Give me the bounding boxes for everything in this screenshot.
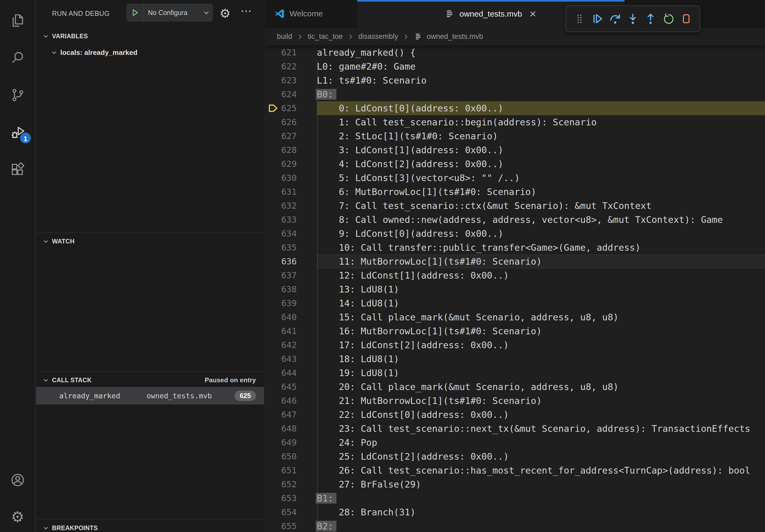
code-line-627[interactable]: 627 2: StLoc[1](ts#1#0: Scenario) xyxy=(265,129,765,143)
code-line-637[interactable]: 637 12: LdConst[1](address: 0x00..) xyxy=(265,268,765,282)
debug-settings-gear-icon[interactable]: ⚙ xyxy=(220,6,231,21)
code-line-640[interactable]: 640 15: Call place_mark(&mut Scenario, a… xyxy=(265,310,765,324)
breadcrumb-item[interactable]: tic_tac_toe xyxy=(308,32,343,41)
launch-config-label[interactable]: No Configura xyxy=(144,9,203,17)
code-line-645[interactable]: 645 20: Call place_mark(&mut Scenario, a… xyxy=(265,380,765,394)
line-number[interactable]: 636 xyxy=(265,254,297,268)
line-number[interactable]: 653 xyxy=(265,491,297,505)
line-number[interactable]: 652 xyxy=(265,477,297,491)
extensions-icon[interactable] xyxy=(0,159,35,180)
line-number[interactable]: 643 xyxy=(265,352,297,366)
code-line-644[interactable]: 644 19: LdU8(1) xyxy=(265,366,765,380)
code-line-623[interactable]: 623L1: ts#1#0: Scenario xyxy=(265,73,765,87)
code-line-636[interactable]: 636 11: MutBorrowLoc[1](ts#1#0: Scenario… xyxy=(265,254,765,268)
line-number[interactable]: 631 xyxy=(265,185,297,199)
breadcrumb-item[interactable]: owned_tests.mvb xyxy=(427,32,483,41)
code-line-626[interactable]: 626 1: Call test_scenario::begin(address… xyxy=(265,115,765,129)
line-number[interactable]: 641 xyxy=(265,324,297,338)
code-line-650[interactable]: 650 25: LdConst[2](address: 0x00..) xyxy=(265,449,765,463)
continue-button[interactable] xyxy=(590,12,604,26)
code-editor[interactable]: 621already_marked() {622L0: game#2#0: Ga… xyxy=(265,46,765,532)
line-number[interactable]: 627 xyxy=(265,129,297,143)
code-line-651[interactable]: 651 26: Call test_scenario::has_most_rec… xyxy=(265,463,765,477)
line-number[interactable]: 647 xyxy=(265,408,297,421)
step-out-button[interactable] xyxy=(643,12,658,26)
code-line-641[interactable]: 641 16: MutBorrowLoc[1](ts#1#0: Scenario… xyxy=(265,324,765,338)
chevron-down-icon[interactable] xyxy=(203,9,213,16)
line-number[interactable]: 622 xyxy=(265,60,297,73)
stop-button[interactable] xyxy=(679,12,693,26)
section-call-stack[interactable]: CALL STACK Paused on entry xyxy=(36,374,264,387)
line-number[interactable]: 651 xyxy=(265,463,297,477)
code-line-628[interactable]: 628 3: LdConst[1](address: 0x00..) xyxy=(265,143,765,157)
code-line-624[interactable]: 624B0: xyxy=(265,87,765,101)
line-number[interactable]: 646 xyxy=(265,394,297,408)
toolbar-drag-handle[interactable] xyxy=(572,12,587,26)
breadcrumb-item[interactable]: build xyxy=(277,32,292,41)
code-line-638[interactable]: 638 13: LdU8(1) xyxy=(265,282,765,296)
code-line-635[interactable]: 635 10: Call transfer::public_transfer<G… xyxy=(265,241,765,254)
line-number[interactable]: 630 xyxy=(265,171,297,185)
line-number[interactable]: 623 xyxy=(265,73,297,87)
line-number[interactable]: 621 xyxy=(265,46,297,60)
code-line-633[interactable]: 633 8: Call owned::new(address, address,… xyxy=(265,213,765,227)
search-icon[interactable] xyxy=(0,47,35,69)
line-number[interactable]: 629 xyxy=(265,157,297,171)
line-number[interactable]: 633 xyxy=(265,213,297,227)
line-number[interactable]: 626 xyxy=(265,115,297,129)
more-actions-icon[interactable]: ⋯ xyxy=(241,4,253,17)
variables-scope-locals[interactable]: locals: already_marked xyxy=(36,46,264,60)
line-number[interactable]: 624 xyxy=(265,87,297,101)
step-into-button[interactable] xyxy=(626,12,640,26)
code-line-621[interactable]: 621already_marked() { xyxy=(265,46,765,60)
line-number[interactable]: 637 xyxy=(265,268,297,282)
code-line-629[interactable]: 629 4: LdConst[2](address: 0x00..) xyxy=(265,157,765,171)
breadcrumb-item[interactable]: disassembly xyxy=(359,32,398,41)
settings-gear-icon[interactable]: ⚙ xyxy=(0,506,35,528)
code-line-652[interactable]: 652 27: BrFalse(29) xyxy=(265,477,765,491)
source-control-icon[interactable] xyxy=(0,84,35,106)
section-watch[interactable]: WATCH xyxy=(36,235,264,248)
code-line-642[interactable]: 642 17: LdConst[2](address: 0x00..) xyxy=(265,338,765,352)
code-line-632[interactable]: 632 7: Call test_scenario::ctx(&mut Scen… xyxy=(265,199,765,213)
code-line-655[interactable]: 655B2: xyxy=(265,519,765,532)
line-number[interactable]: 650 xyxy=(265,449,297,463)
line-number[interactable]: 645 xyxy=(265,380,297,394)
code-line-631[interactable]: 631 6: MutBorrowLoc[1](ts#1#0: Scenario) xyxy=(265,185,765,199)
step-over-button[interactable] xyxy=(608,12,622,26)
code-line-634[interactable]: 634 9: LdConst[0](address: 0x00..) xyxy=(265,227,765,241)
start-debug-icon[interactable] xyxy=(127,8,143,17)
line-number[interactable]: 634 xyxy=(265,227,297,241)
section-breakpoints[interactable]: BREAKPOINTS xyxy=(36,521,264,532)
line-number[interactable]: 654 xyxy=(265,505,297,519)
restart-button[interactable] xyxy=(661,12,676,26)
close-tab-icon[interactable] xyxy=(528,9,537,19)
line-number[interactable]: 648 xyxy=(265,421,297,435)
code-line-649[interactable]: 649 24: Pop xyxy=(265,435,765,449)
accounts-icon[interactable] xyxy=(0,469,35,491)
code-line-643[interactable]: 643 18: LdU8(1) xyxy=(265,352,765,366)
line-number[interactable]: 655 xyxy=(265,519,297,532)
code-line-622[interactable]: 622L0: game#2#0: Game xyxy=(265,60,765,73)
code-line-630[interactable]: 630 5: LdConst[3](vector<u8>: "" /..) xyxy=(265,171,765,185)
line-number[interactable]: 642 xyxy=(265,338,297,352)
code-line-653[interactable]: 653B1: xyxy=(265,491,765,505)
line-number[interactable]: 649 xyxy=(265,435,297,449)
line-number[interactable]: 628 xyxy=(265,143,297,157)
line-number[interactable]: 640 xyxy=(265,310,297,324)
line-number[interactable]: 638 xyxy=(265,282,297,296)
line-number[interactable]: 639 xyxy=(265,296,297,310)
run-and-debug-icon[interactable]: 1 xyxy=(0,122,35,143)
code-line-625[interactable]: 625 0: LdConst[0](address: 0x00..) xyxy=(265,101,765,115)
line-number[interactable]: 635 xyxy=(265,241,297,254)
launch-configuration-button[interactable]: No Configura xyxy=(127,4,213,21)
explorer-icon[interactable] xyxy=(0,10,35,31)
code-line-647[interactable]: 647 22: LdConst[0](address: 0x00..) xyxy=(265,408,765,421)
code-line-648[interactable]: 648 23: Call test_scenario::next_tx(&mut… xyxy=(265,421,765,435)
line-number[interactable]: 632 xyxy=(265,199,297,213)
tab-welcome[interactable]: Welcome xyxy=(265,0,357,27)
code-line-639[interactable]: 639 14: LdU8(1) xyxy=(265,296,765,310)
line-number[interactable]: 644 xyxy=(265,366,297,380)
call-stack-frame[interactable]: already_marked owned_tests.mvb 625 xyxy=(36,387,264,404)
code-line-654[interactable]: 654 28: Branch(31) xyxy=(265,505,765,519)
